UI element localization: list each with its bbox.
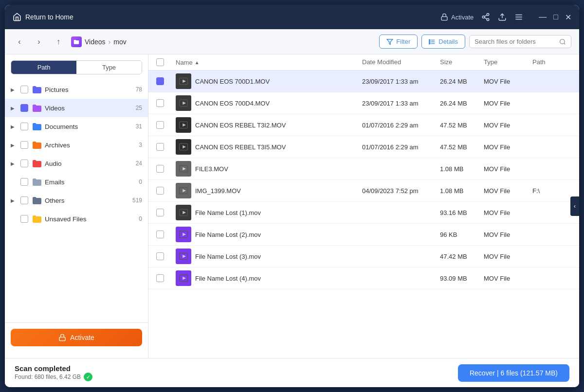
item-checkbox[interactable] <box>20 86 28 93</box>
file-name-cell: File Name Lost (1).mov <box>176 205 362 220</box>
header-date[interactable]: Date Modified <box>362 58 440 66</box>
file-thumbnail <box>176 117 191 133</box>
item-checkbox[interactable] <box>20 215 28 223</box>
titlebar-activate-button[interactable]: Activate <box>440 13 474 21</box>
header-type[interactable]: Type <box>484 58 532 66</box>
table-row[interactable]: CANON EOS REBEL T3I2.MOV 01/07/2016 2:29… <box>148 114 579 136</box>
sidebar-label-archives: Archives <box>45 142 137 149</box>
row-checkbox-0[interactable] <box>156 77 164 85</box>
file-name-cell: CANON EOS REBEL T3I2.MOV <box>176 117 362 133</box>
file-date: 04/09/2023 7:52 pm <box>362 187 440 195</box>
file-date: 23/09/2017 1:33 am <box>362 78 440 85</box>
file-thumbnail <box>176 227 191 242</box>
sidebar-item-others[interactable]: ▶ Others 519 <box>5 191 148 210</box>
sidebar-item-unsaved[interactable]: ▶ Unsaved Files 0 <box>5 210 148 228</box>
header-checkbox[interactable] <box>156 58 176 66</box>
item-checkbox[interactable] <box>20 196 28 204</box>
table-row[interactable]: File Name Lost (2).mov 96 KB MOV File <box>148 224 579 246</box>
close-button[interactable]: ✕ <box>565 13 571 22</box>
table-row[interactable]: File Name Lost (4).mov 93.09 MB MOV File <box>148 267 579 289</box>
table-row[interactable]: FILE3.MOV 1.08 MB MOV File <box>148 158 579 180</box>
row-checkbox-7[interactable] <box>156 231 164 238</box>
file-thumbnail <box>176 249 191 264</box>
svg-point-15 <box>429 41 430 42</box>
breadcrumb-folder[interactable]: Videos <box>85 38 106 46</box>
forward-button[interactable]: › <box>32 35 46 49</box>
table-row[interactable]: File Name Lost (1).mov 93.16 MB MOV File <box>148 202 579 224</box>
row-checkbox-9[interactable] <box>156 274 164 282</box>
share-icon[interactable] <box>481 13 490 21</box>
maximize-button[interactable]: □ <box>553 13 558 22</box>
header-name[interactable]: Name ▲ <box>176 58 362 66</box>
item-checkbox[interactable] <box>20 123 28 130</box>
recover-button[interactable]: Recover | 6 files (121.57 MB) <box>458 364 569 382</box>
file-name: FILE3.MOV <box>195 165 228 173</box>
sidebar-item-archives[interactable]: ▶ Archives 3 <box>5 136 148 154</box>
upload-icon[interactable] <box>498 13 507 21</box>
sidebar-item-documents[interactable]: ▶ Documents 31 <box>5 117 148 136</box>
activate-label: Activate <box>451 14 474 21</box>
file-name: CANON EOS REBEL T3I2.MOV <box>195 122 286 129</box>
header-size[interactable]: Size <box>440 58 484 66</box>
sidebar-label-emails: Emails <box>45 178 137 186</box>
details-button[interactable]: Details <box>421 35 465 49</box>
table-row[interactable]: CANON EOS 700D4.MOV 23/09/2017 1:33 am 2… <box>148 92 579 114</box>
up-button[interactable]: ↑ <box>52 35 65 49</box>
sidebar-item-videos[interactable]: ▶ Videos 25 <box>5 99 148 117</box>
item-checkbox[interactable] <box>20 141 28 149</box>
search-input[interactable] <box>474 38 556 45</box>
file-size: 26.24 MB <box>440 78 484 85</box>
sidebar-item-emails[interactable]: ▶ Emails 0 <box>5 173 148 191</box>
menu-icon[interactable] <box>514 13 523 21</box>
scroll-arrow[interactable]: ‹ <box>570 196 579 216</box>
sidebar-count-videos: 25 <box>136 105 142 111</box>
sidebar-count-emails: 0 <box>139 178 142 185</box>
expand-arrow: ▶ <box>11 106 18 111</box>
toolbar: ‹ › ↑ Videos › mov Filter De <box>5 29 579 54</box>
file-name-cell: FILE3.MOV <box>176 161 362 177</box>
row-checkbox-1[interactable] <box>156 99 164 107</box>
table-row[interactable]: File Name Lost (3).mov 47.42 MB MOV File <box>148 246 579 267</box>
file-path: F:\ <box>532 187 571 195</box>
scan-info: Scan completed Found: 680 files, 6.42 GB… <box>15 364 450 381</box>
row-checkbox-8[interactable] <box>156 252 164 260</box>
header-path[interactable]: Path <box>532 58 571 66</box>
row-checkbox-6[interactable] <box>156 209 164 216</box>
file-type: MOV File <box>484 100 532 107</box>
row-checkbox-4[interactable] <box>156 165 164 173</box>
details-label: Details <box>438 38 458 45</box>
table-row[interactable]: IMG_1399.MOV 04/09/2023 7:52 pm 1.08 MB … <box>148 180 579 202</box>
file-date: 23/09/2017 1:33 am <box>362 100 440 107</box>
filter-button[interactable]: Filter <box>379 35 418 49</box>
back-button[interactable]: ‹ <box>13 35 26 49</box>
sidebar-item-pictures[interactable]: ▶ Pictures 78 <box>5 80 148 99</box>
svg-point-17 <box>560 39 565 43</box>
toolbar-actions: Filter Details <box>379 35 571 49</box>
tab-path[interactable]: Path <box>11 61 76 74</box>
file-name: CANON EOS 700D1.MOV <box>195 78 270 85</box>
tab-type[interactable]: Type <box>76 61 142 74</box>
file-type: MOV File <box>484 78 532 85</box>
table-row[interactable]: CANON EOS 700D1.MOV 23/09/2017 1:33 am 2… <box>148 71 579 92</box>
file-thumbnail <box>176 270 191 286</box>
sidebar-label-others: Others <box>45 197 130 204</box>
check-circle-icon: ✓ <box>84 373 92 381</box>
activate-bottom-button[interactable]: Activate <box>11 329 142 346</box>
row-checkbox-5[interactable] <box>156 187 164 195</box>
item-checkbox-videos[interactable] <box>20 104 28 112</box>
row-checkbox-3[interactable] <box>156 143 164 151</box>
table-row[interactable]: CANON EOS REBEL T3I5.MOV 01/07/2016 2:29… <box>148 136 579 158</box>
item-checkbox[interactable] <box>20 178 28 186</box>
file-size: 1.08 MB <box>440 187 484 195</box>
return-home-button[interactable]: Return to Home <box>13 13 73 21</box>
folder-pictures-icon <box>31 84 43 95</box>
svg-line-18 <box>564 43 566 44</box>
filter-label: Filter <box>396 38 410 45</box>
file-type: MOV File <box>484 122 532 129</box>
row-checkbox-2[interactable] <box>156 121 164 129</box>
minimize-button[interactable]: — <box>539 13 547 22</box>
item-checkbox[interactable] <box>20 160 28 167</box>
file-size: 1.08 MB <box>440 165 484 173</box>
sidebar-item-audio[interactable]: ▶ Audio 24 <box>5 154 148 173</box>
svg-line-4 <box>485 18 487 19</box>
